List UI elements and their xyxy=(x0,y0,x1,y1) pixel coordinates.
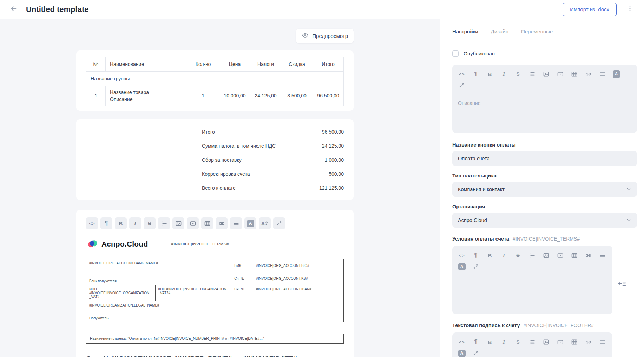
bold-button[interactable]: B xyxy=(486,70,494,78)
link-button[interactable] xyxy=(584,251,592,259)
paragraph-button[interactable]: ¶ xyxy=(472,70,480,78)
aspro-cloud-logo-icon xyxy=(87,238,98,250)
paragraph-button[interactable]: ¶ xyxy=(100,217,112,229)
summary-row-delivery: Сбор за поставку 1 000,00 xyxy=(202,153,344,167)
description-editor-toolbar: <>¶BISA xyxy=(458,69,631,79)
text-color-button[interactable]: A xyxy=(244,217,256,229)
strikethrough-button[interactable]: S xyxy=(144,217,156,229)
strikethrough-button[interactable]: S xyxy=(514,70,522,78)
invoice-footer-editor[interactable]: <>¶BIS A xyxy=(452,332,612,357)
video-icon xyxy=(557,71,564,78)
organization-select[interactable]: Аспро.Cloud xyxy=(452,213,637,228)
bold-button[interactable]: B xyxy=(486,338,494,346)
paragraph-button[interactable]: ¶ xyxy=(472,338,480,346)
import-docx-button[interactable]: Импорт из .docx xyxy=(563,3,617,16)
code-button[interactable]: <> xyxy=(86,217,98,229)
summary-row-total-due: Всего к оплате 121 125,00 xyxy=(202,181,344,195)
list-button[interactable] xyxy=(158,217,170,229)
ks-value: #INVOICE|ORG_ACCOUNT.KS# xyxy=(253,272,344,285)
link-button[interactable] xyxy=(584,70,592,78)
table-button[interactable] xyxy=(570,338,578,346)
text-color-button[interactable]: A xyxy=(612,70,620,78)
bold-button[interactable]: B xyxy=(486,251,494,259)
text-color-icon: A xyxy=(247,220,254,227)
image-button[interactable] xyxy=(172,217,184,229)
published-checkbox[interactable] xyxy=(452,50,459,57)
recipient-label: Получатель xyxy=(89,316,228,320)
fullscreen-button[interactable] xyxy=(458,81,466,89)
strikethrough-button[interactable]: S xyxy=(514,251,522,259)
italic-button[interactable]: I xyxy=(500,338,508,346)
fullscreen-button[interactable] xyxy=(472,263,480,270)
video-button[interactable] xyxy=(556,70,564,78)
code-icon: <> xyxy=(459,340,465,344)
bold-button[interactable]: B xyxy=(115,217,127,229)
image-button[interactable] xyxy=(542,338,550,346)
bank-details-table: #INVOICE|ORG_ACCOUNT.BANK_NAME# Банк пол… xyxy=(86,259,344,322)
add-variable-button[interactable] xyxy=(617,279,627,289)
items-header-row: № Наименование Кол-во Цена Налоги Скидка… xyxy=(86,57,344,72)
account-label-1: Сч. № xyxy=(231,272,253,285)
italic-button[interactable]: I xyxy=(500,251,508,259)
chevron-down-icon xyxy=(626,217,631,223)
image-icon xyxy=(543,339,550,345)
align-button[interactable] xyxy=(230,217,242,229)
paragraph-icon: ¶ xyxy=(474,71,478,77)
link-button[interactable] xyxy=(584,338,592,346)
pay-button-name-input[interactable] xyxy=(452,151,637,166)
fullscreen-button[interactable] xyxy=(472,349,480,357)
strikethrough-icon: S xyxy=(516,339,519,344)
description-editor[interactable]: <>¶BISA Описание xyxy=(452,65,637,133)
table-button[interactable] xyxy=(570,70,578,78)
invoice-editable-content[interactable]: Аспро.Cloud #INVOICE|INVOICE_TERMS# #INV… xyxy=(86,238,344,357)
code-button[interactable]: <> xyxy=(458,338,466,346)
more-menu-button[interactable] xyxy=(624,5,636,14)
code-icon: <> xyxy=(89,221,95,226)
description-placeholder[interactable]: Описание xyxy=(458,100,631,106)
image-icon xyxy=(543,252,550,259)
italic-button[interactable]: I xyxy=(500,70,508,78)
top-bar: Untitled template Импорт из .docx xyxy=(0,0,644,19)
table-button[interactable] xyxy=(201,217,213,229)
strikethrough-button[interactable]: S xyxy=(514,338,522,346)
video-button[interactable] xyxy=(556,251,564,259)
code-button[interactable]: <> xyxy=(458,70,466,78)
list-button[interactable] xyxy=(528,251,536,259)
text-color-button[interactable]: A xyxy=(458,263,466,270)
list-button[interactable] xyxy=(528,338,536,346)
align-button[interactable] xyxy=(598,70,606,78)
align-button[interactable] xyxy=(598,251,606,259)
link-button[interactable] xyxy=(216,217,228,229)
payment-terms-editor[interactable]: <>¶BIS A xyxy=(452,246,612,314)
video-button[interactable] xyxy=(556,338,564,346)
font-size-button[interactable]: A xyxy=(259,217,271,229)
item-price: 10 000,00 xyxy=(219,86,250,106)
payer-type-label: Тип плательщика xyxy=(452,173,637,178)
image-button[interactable] xyxy=(542,70,550,78)
video-button[interactable] xyxy=(187,217,199,229)
tab-design[interactable]: Дизайн xyxy=(491,28,508,39)
arrow-left-icon xyxy=(10,5,18,14)
payer-type-select[interactable]: Компания и контакт xyxy=(452,182,637,197)
tab-variables[interactable]: Переменные xyxy=(521,28,553,39)
italic-button[interactable]: I xyxy=(129,217,141,229)
image-button[interactable] xyxy=(542,251,550,259)
group-row: Название группы xyxy=(86,72,344,86)
summary-value: 96 500,00 xyxy=(322,129,344,135)
code-button[interactable]: <> xyxy=(458,251,466,259)
code-icon: <> xyxy=(459,253,465,258)
item-total: 96 500,00 xyxy=(313,86,344,106)
back-button[interactable] xyxy=(8,4,19,15)
item-name-cell: Название товара Описание xyxy=(106,86,187,106)
fullscreen-button[interactable] xyxy=(273,217,285,229)
tab-settings[interactable]: Настройки xyxy=(452,28,478,39)
list-button[interactable] xyxy=(528,70,536,78)
image-icon xyxy=(543,71,550,78)
align-button[interactable] xyxy=(598,338,606,346)
preview-button[interactable]: Предпросмотр xyxy=(296,29,354,43)
table-button[interactable] xyxy=(570,251,578,259)
paragraph-button[interactable]: ¶ xyxy=(472,251,480,259)
invoice-footer-label: Текстовая подпись к счету xyxy=(452,323,520,328)
bik-label: БИК xyxy=(231,259,253,272)
text-color-button[interactable]: A xyxy=(458,349,466,357)
